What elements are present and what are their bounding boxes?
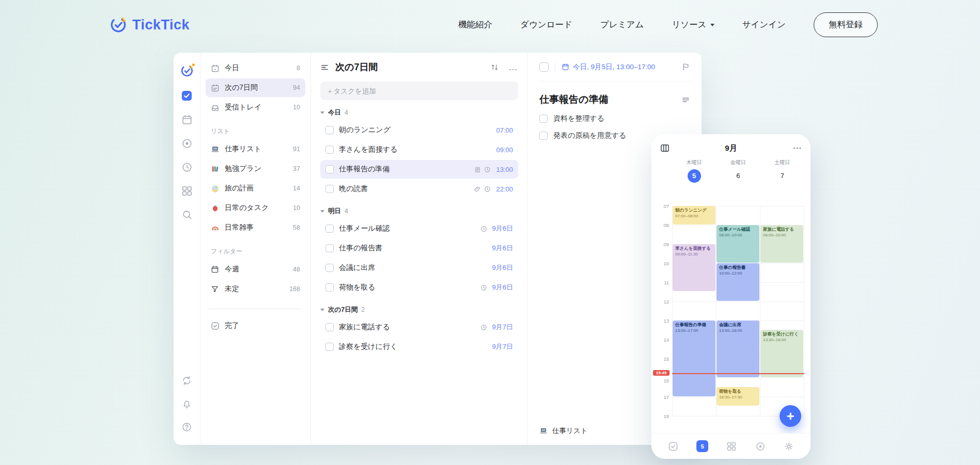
- bell-icon[interactable]: [181, 398, 192, 409]
- nav-signin[interactable]: サインイン: [742, 19, 786, 30]
- task-checkbox[interactable]: [325, 264, 334, 272]
- habit-nav-icon[interactable]: [181, 138, 193, 149]
- nav-features[interactable]: 機能紹介: [458, 19, 492, 30]
- nav-links: 機能紹介 ダウンロード プレミアム リソース サインイン: [458, 19, 786, 30]
- weekday-label: 木曜日: [672, 159, 716, 166]
- tab-tasks-icon[interactable]: [668, 441, 678, 452]
- task-row[interactable]: 仕事の報告書 9月6日: [320, 239, 518, 258]
- account-avatar[interactable]: [180, 64, 194, 77]
- add-task-input[interactable]: [320, 82, 518, 100]
- day-column-header[interactable]: 金曜日 6: [716, 159, 760, 183]
- app-window: 今日 8 次の7日間 94 受信トレイ 10 リスト 仕事リスト 91 勉強プラ…: [174, 53, 702, 445]
- task-checkbox[interactable]: [325, 343, 334, 351]
- hour-label: 17: [654, 394, 669, 400]
- detail-title: 仕事報告の準備: [539, 93, 681, 106]
- task-checkbox[interactable]: [325, 283, 334, 292]
- calendar-event[interactable]: 会議に出席 13:00–16:00: [717, 320, 759, 377]
- beach-icon: [211, 184, 220, 193]
- strawberry-icon: [211, 204, 220, 213]
- subtask-row[interactable]: 資料を整理する: [539, 114, 690, 123]
- tab-calendar-selected[interactable]: 5: [696, 440, 708, 452]
- tab-matrix-icon[interactable]: [726, 441, 737, 452]
- sort-icon[interactable]: [490, 63, 499, 72]
- tab-settings-icon[interactable]: [784, 441, 794, 452]
- group-header-today[interactable]: 今日 4: [320, 105, 518, 120]
- sidebar-item-today[interactable]: 今日 8: [206, 59, 305, 77]
- calendar-event[interactable]: 仕事報告の準備 13:00–17:00: [673, 320, 715, 396]
- task-row[interactable]: 朝のランニング 07:00: [320, 121, 518, 139]
- sidebar-list-daily-tasks[interactable]: 日常のタスク 10: [206, 199, 305, 217]
- calendar-event[interactable]: 李さんを面接する 09:00–11:30: [673, 244, 715, 291]
- sidebar-item-inbox[interactable]: 受信トレイ 10: [206, 98, 305, 117]
- task-row[interactable]: 李さんを面接する 09:00: [320, 140, 518, 159]
- rainbow-icon: [211, 223, 220, 232]
- task-checkbox[interactable]: [325, 323, 334, 331]
- funnel-icon: [211, 285, 220, 294]
- task-row[interactable]: 晩の読書 22:00: [320, 180, 518, 198]
- day-column-header[interactable]: 土曜日 7: [760, 159, 804, 183]
- group-header-tomorrow[interactable]: 明日 4: [320, 203, 518, 219]
- signup-button[interactable]: 無料登録: [814, 12, 878, 37]
- completed-check-icon: [211, 322, 220, 330]
- calendar-event[interactable]: 家族に電話する 08:00–10:00: [760, 225, 803, 263]
- pomodoro-nav-icon[interactable]: [181, 162, 193, 173]
- task-row[interactable]: 診察を受けに行く 9月7日: [320, 338, 518, 356]
- task-row[interactable]: 荷物を取る 9月6日: [320, 278, 518, 297]
- current-time-label: 15:45: [653, 370, 670, 376]
- task-checkbox[interactable]: [325, 185, 334, 193]
- help-icon[interactable]: [181, 422, 192, 432]
- tab-habit-icon[interactable]: [755, 441, 766, 452]
- detail-date[interactable]: 今日, 9月5日, 13:00–17:00: [562, 62, 655, 72]
- sidebar-filter-undated[interactable]: 未定 168: [206, 280, 305, 298]
- matrix-nav-icon[interactable]: [181, 185, 193, 197]
- subtask-label: 発表の原稿を用意する: [553, 131, 626, 140]
- calendar-event[interactable]: 朝のランニング 07:00–08:00: [673, 206, 715, 225]
- task-checkbox[interactable]: [325, 225, 334, 233]
- brand-logo[interactable]: TickTick: [110, 16, 190, 34]
- calendar-nav-icon[interactable]: [181, 114, 193, 125]
- sidebar-list-travel[interactable]: 旅の計画 14: [206, 179, 305, 198]
- subtask-checkbox[interactable]: [539, 115, 548, 123]
- task-checkbox[interactable]: [325, 126, 334, 134]
- hour-label: 13: [654, 318, 669, 324]
- group-header-next7days[interactable]: 次の7日間 2: [320, 302, 518, 317]
- nav-resources[interactable]: リソース: [672, 19, 714, 30]
- sidebar-list-chores[interactable]: 日常雑事 58: [206, 218, 305, 237]
- calendar-event[interactable]: 仕事の報告書 10:00–12:00: [717, 263, 759, 301]
- event-time: 09:00–11:30: [675, 252, 713, 257]
- nav-premium[interactable]: プレミアム: [600, 19, 644, 30]
- phone-more-icon[interactable]: …: [792, 143, 802, 153]
- search-icon[interactable]: [181, 209, 193, 220]
- task-row[interactable]: 会議に出席 9月6日: [320, 259, 518, 277]
- flag-icon[interactable]: [681, 62, 690, 71]
- sidebar-item-label: 今日: [225, 63, 239, 73]
- nav-download[interactable]: ダウンロード: [520, 19, 572, 30]
- panel-menu-icon[interactable]: [320, 63, 329, 72]
- task-checkbox[interactable]: [325, 244, 334, 252]
- sidebar-item-completed[interactable]: 完了: [206, 316, 305, 335]
- detail-checkbox[interactable]: [539, 62, 549, 72]
- task-row-selected[interactable]: 仕事報告の準備 13:00: [320, 160, 518, 179]
- sidebar-list-work[interactable]: 仕事リスト 91: [206, 140, 305, 158]
- task-checkbox[interactable]: [325, 165, 334, 173]
- note-icon: [474, 166, 481, 173]
- task-title: 晩の読書: [339, 184, 469, 194]
- columns-view-icon[interactable]: [660, 143, 670, 153]
- task-row[interactable]: 家族に電話する 9月7日: [320, 318, 518, 336]
- detail-menu-icon[interactable]: [681, 95, 690, 104]
- tasks-nav-icon[interactable]: [181, 90, 193, 102]
- sync-icon[interactable]: [181, 375, 192, 386]
- subtask-checkbox[interactable]: [539, 132, 548, 140]
- calendar-event[interactable]: 診察を受けに行く 13:30–16:00: [760, 330, 803, 377]
- day-column-header[interactable]: 木曜日 5: [672, 159, 716, 183]
- sidebar-item-next7days[interactable]: 次の7日間 94: [206, 78, 305, 97]
- add-task-fab[interactable]: +: [780, 405, 801, 427]
- task-checkbox[interactable]: [325, 146, 334, 154]
- calendar-event[interactable]: 荷物を取る 16:30–17:30: [717, 387, 759, 406]
- sidebar-list-study[interactable]: 勉強プラン 37: [206, 159, 305, 178]
- event-time: 08:00–10:00: [719, 233, 757, 238]
- sidebar-filter-thisweek[interactable]: 今週 48: [206, 260, 305, 279]
- task-row[interactable]: 仕事メール確認 9月6日: [320, 219, 518, 238]
- more-options-icon[interactable]: …: [508, 65, 518, 70]
- calendar-event[interactable]: 仕事メール確認 08:00–10:00: [717, 225, 759, 263]
